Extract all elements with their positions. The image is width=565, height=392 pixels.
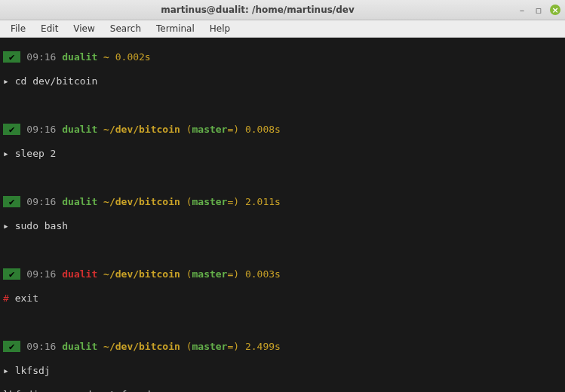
menu-help[interactable]: Help	[202, 22, 238, 35]
maximize-icon[interactable]: ▫	[533, 5, 544, 15]
menubar: File Edit View Search Terminal Help	[0, 20, 565, 38]
prompt-line: ✔ 09:16 dualit ~/dev/bitcoin (master=) 2…	[3, 196, 562, 208]
prompt-time: 09:16	[26, 124, 56, 135]
error-output: lkfsdj: command not found	[3, 389, 562, 392]
prompt-path: ~/dev/bitcoin	[103, 268, 180, 280]
command-line: ▸ lkfsdj	[3, 365, 562, 377]
prompt-path: ~/dev/bitcoin	[103, 196, 180, 207]
prompt-time: 09:16	[26, 268, 56, 280]
prompt-path: ~	[103, 51, 109, 63]
check-icon: ✔	[9, 124, 15, 135]
check-icon: ✔	[9, 51, 15, 63]
command-line: ▸ sudo bash	[3, 220, 562, 232]
prompt-arrow-icon: ▸	[3, 75, 9, 87]
prompt-line: ✔ 09:16 dualit ~/dev/bitcoin (master=) 0…	[3, 124, 562, 136]
prompt-path: ~/dev/bitcoin	[103, 341, 180, 352]
prompt-hash-icon: #	[3, 292, 9, 304]
prompt-exec: 2.011s	[245, 196, 281, 207]
menu-edit[interactable]: Edit	[33, 22, 66, 35]
prompt-host: dualit	[62, 51, 97, 63]
git-branch: master	[192, 341, 227, 352]
minimize-icon[interactable]: –	[517, 5, 527, 15]
prompt-host: dualit	[62, 196, 97, 207]
command-text: exit	[15, 292, 38, 304]
check-icon: ✔	[9, 341, 15, 352]
menu-file[interactable]: File	[3, 22, 33, 35]
command-text: lkfsdj	[15, 365, 51, 376]
prompt-path: ~/dev/bitcoin	[103, 124, 180, 135]
prompt-line: ✔ 09:16 dualit ~/dev/bitcoin (master=) 0…	[3, 268, 562, 280]
menu-view[interactable]: View	[66, 22, 102, 35]
check-icon: ✔	[9, 268, 15, 280]
prompt-exec: 2.499s	[245, 341, 281, 352]
prompt-time: 09:16	[26, 51, 56, 63]
command-text: sleep 2	[15, 148, 57, 159]
terminal-area[interactable]: ✔ 09:16 dualit ~ 0.002s ▸ cd dev/bitcoin…	[0, 38, 565, 392]
git-branch: master	[192, 196, 227, 207]
git-branch: master	[192, 124, 227, 135]
command-line: ▸ cd dev/bitcoin	[3, 75, 562, 87]
window-titlebar: martinus@dualit: /home/martinus/dev – ▫ …	[0, 0, 565, 20]
menu-search[interactable]: Search	[103, 22, 149, 35]
prompt-exec: 0.002s	[115, 51, 151, 63]
prompt-exec: 0.003s	[245, 268, 281, 280]
prompt-host: dualit	[62, 341, 97, 352]
command-text: sudo bash	[15, 220, 68, 231]
prompt-arrow-icon: ▸	[3, 148, 9, 159]
check-icon: ✔	[9, 196, 15, 207]
prompt-exec: 0.008s	[245, 124, 281, 135]
prompt-time: 09:16	[26, 196, 56, 207]
prompt-arrow-icon: ▸	[3, 365, 9, 376]
prompt-line: ✔ 09:16 dualit ~ 0.002s	[3, 51, 562, 63]
prompt-time: 09:16	[26, 341, 56, 352]
menu-terminal[interactable]: Terminal	[149, 22, 202, 35]
prompt-host: dualit	[62, 124, 97, 135]
window-title: martinus@dualit: /home/martinus/dev	[5, 5, 511, 15]
command-line: # exit	[3, 292, 562, 305]
command-line: ▸ sleep 2	[3, 148, 562, 160]
close-icon[interactable]: ×	[550, 5, 560, 15]
command-text: cd dev/bitcoin	[15, 75, 98, 87]
prompt-line: ✔ 09:16 dualit ~/dev/bitcoin (master=) 2…	[3, 341, 562, 353]
git-branch: master	[192, 268, 227, 280]
prompt-host-root: dualit	[62, 268, 97, 280]
prompt-arrow-icon: ▸	[3, 220, 9, 231]
